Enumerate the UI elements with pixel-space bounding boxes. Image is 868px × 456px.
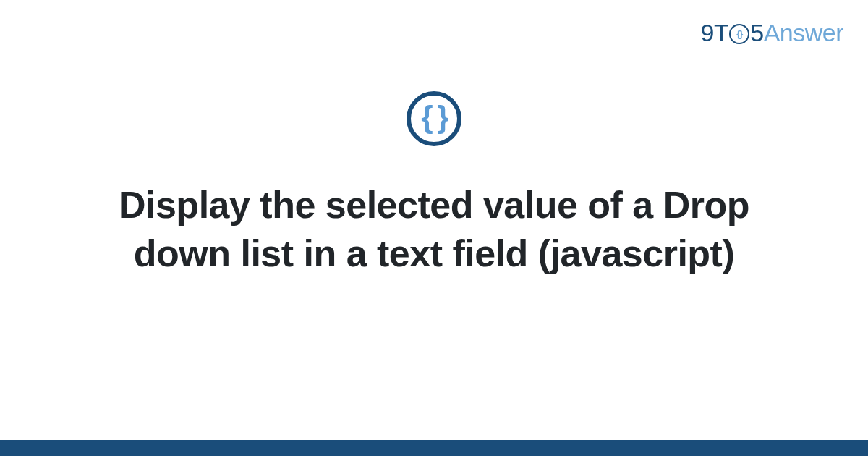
braces-glyph: { }	[421, 102, 446, 132]
footer-bar	[0, 440, 868, 456]
code-braces-icon: { }	[407, 91, 461, 146]
logo-circle-inner: {}	[736, 28, 742, 39]
logo-text-answer: Answer	[764, 19, 843, 47]
logo-text-9t: 9T	[701, 19, 729, 47]
logo-circle-icon: {}	[729, 24, 749, 44]
main-content: { } Display the selected value of a Drop…	[0, 91, 868, 277]
site-logo: 9T {} 5 Answer	[701, 19, 843, 47]
logo-text-5: 5	[750, 19, 763, 47]
page-title: Display the selected value of a Drop dow…	[72, 181, 796, 277]
logo-circle-wrap: {}	[729, 23, 749, 43]
